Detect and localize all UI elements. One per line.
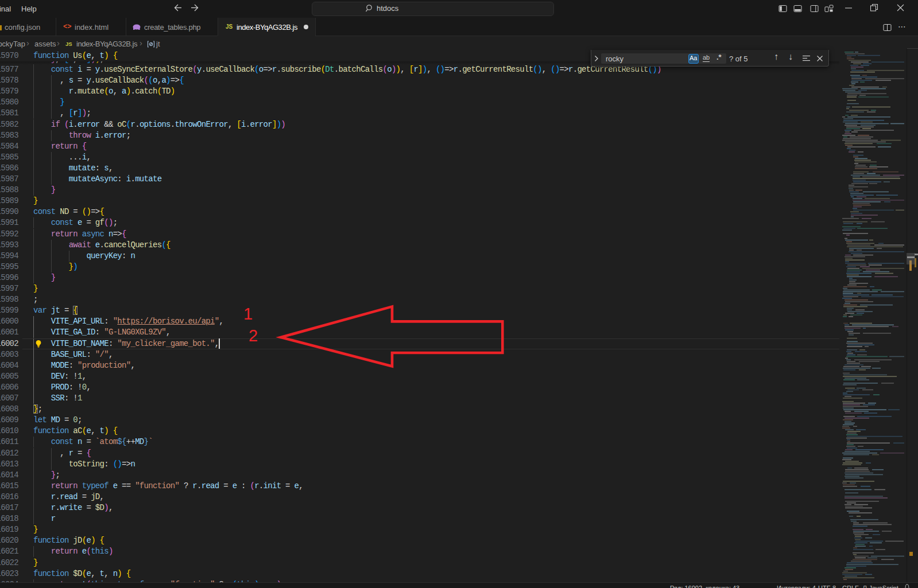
svg-text:1: 1 [243, 305, 253, 323]
svg-text:2: 2 [249, 326, 258, 345]
